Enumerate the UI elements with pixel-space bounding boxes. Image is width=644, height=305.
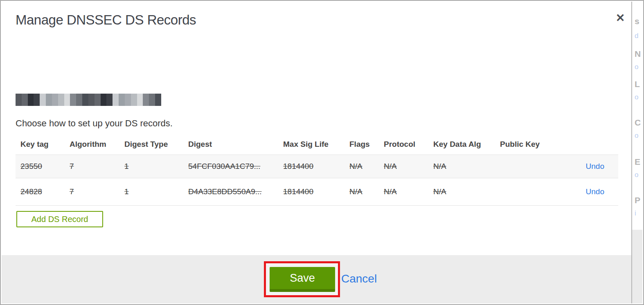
redacted-pixel-tile: [64, 100, 70, 106]
cell-max-sig-life: 1814400: [278, 155, 345, 178]
col-header-public-key: Public Key: [495, 136, 569, 155]
redacted-pixel-tile: [58, 100, 64, 106]
redacted-pixel-tile: [76, 94, 82, 100]
background-text-fragment: o: [635, 93, 638, 101]
background-page-strip: sdNoLoCoEoPi: [631, 2, 642, 303]
table-header-row: Key tag Algorithm Digest Type Digest Max…: [16, 136, 618, 155]
redacted-pixel-tile: [149, 94, 155, 100]
redacted-pixel-tile: [70, 100, 76, 106]
redacted-pixel-tile: [46, 94, 52, 100]
cell-digest: 54FCF030AA1C79...: [183, 155, 278, 178]
cell-public-key: [495, 178, 569, 206]
redacted-pixel-tile: [95, 100, 101, 106]
cell-flags: N/A: [345, 155, 379, 178]
redacted-pixel-tile: [149, 100, 155, 106]
background-text-fragment: P: [635, 195, 640, 205]
redacted-pixel-tile: [155, 100, 161, 106]
redacted-pixel-tile: [95, 94, 101, 100]
redacted-pixel-tile: [52, 94, 58, 100]
background-text-fragment: o: [635, 171, 638, 179]
cell-key-data-alg: N/A: [428, 155, 495, 178]
redacted-pixel-tile: [101, 100, 107, 106]
background-text-fragment: s: [635, 16, 639, 26]
page-title: Manage DNSSEC DS Records: [16, 12, 196, 28]
cell-key-tag: 24828: [16, 178, 65, 206]
redacted-pixel-tile: [131, 94, 137, 100]
redacted-pixel-tile: [64, 94, 70, 100]
undo-link[interactable]: Undo: [586, 162, 604, 170]
cell-digest-type: 1: [119, 155, 183, 178]
redacted-pixel-tile: [22, 100, 28, 106]
col-header-protocol: Protocol: [379, 136, 428, 155]
redacted-pixel-tile: [28, 94, 34, 100]
cell-public-key: [495, 155, 569, 178]
col-header-digest-type: Digest Type: [119, 136, 183, 155]
redacted-pixel-tile: [125, 100, 131, 106]
col-header-actions: [569, 136, 618, 155]
undo-link[interactable]: Undo: [586, 187, 604, 196]
cell-algorithm: 7: [65, 155, 119, 178]
ds-record-row-2: 24828 7 1 D4A33E8DD550A9... 1814400 N/A …: [16, 178, 618, 206]
background-text-fragment: d: [635, 32, 638, 40]
redacted-pixel-tile: [40, 94, 46, 100]
redacted-pixel-tile: [82, 100, 88, 106]
redacted-pixel-tile: [82, 94, 88, 100]
redacted-domain-name: [16, 94, 161, 106]
background-text-fragment: o: [635, 63, 638, 71]
cell-digest-type: 1: [119, 178, 183, 206]
background-text-fragment: i: [635, 209, 636, 218]
add-ds-record-button[interactable]: Add DS Record: [16, 211, 103, 227]
col-header-key-tag: Key tag: [16, 136, 65, 155]
redacted-pixel-tile: [137, 94, 143, 100]
redacted-pixel-tile: [40, 100, 46, 106]
redacted-pixel-tile: [155, 94, 161, 100]
cell-max-sig-life: 1814400: [278, 178, 345, 206]
redacted-pixel-tile: [131, 100, 137, 106]
redacted-pixel-tile: [106, 94, 113, 100]
cell-key-tag: 23550: [16, 155, 65, 178]
redacted-pixel-tile: [125, 94, 131, 100]
col-header-max-sig-life: Max Sig Life: [278, 136, 345, 155]
redacted-pixel-tile: [101, 94, 107, 100]
redacted-pixel-tile: [119, 100, 125, 106]
save-button[interactable]: Save: [270, 267, 335, 292]
col-header-algorithm: Algorithm: [65, 136, 119, 155]
redacted-pixel-tile: [58, 94, 64, 100]
redacted-pixel-tile: [70, 94, 76, 100]
background-text-fragment: N: [635, 49, 641, 59]
redacted-pixel-tile: [143, 94, 149, 100]
redacted-pixel-tile: [88, 100, 95, 106]
redacted-pixel-tile: [137, 100, 143, 106]
col-header-flags: Flags: [345, 136, 379, 155]
background-text-fragment: o: [635, 132, 638, 140]
redacted-pixel-tile: [34, 94, 40, 100]
background-text-fragment: C: [635, 118, 641, 128]
redacted-pixel-tile: [28, 100, 34, 106]
redacted-pixel-tile: [143, 100, 149, 106]
redacted-pixel-tile: [22, 94, 28, 100]
redacted-pixel-tile: [119, 94, 125, 100]
cell-flags: N/A: [345, 178, 379, 206]
background-page-footer: [632, 230, 642, 303]
cell-protocol: N/A: [379, 178, 428, 206]
cell-digest: D4A33E8DD550A9...: [183, 178, 278, 206]
background-text-fragment: E: [635, 157, 640, 167]
cancel-link[interactable]: Cancel: [341, 272, 377, 285]
cell-algorithm: 7: [65, 178, 119, 206]
cell-key-data-alg: N/A: [428, 178, 495, 206]
redacted-pixel-tile: [16, 94, 22, 100]
redacted-pixel-tile: [34, 100, 40, 106]
redacted-pixel-tile: [113, 100, 119, 106]
close-icon[interactable]: ✕: [612, 10, 628, 26]
redacted-pixel-tile: [76, 100, 82, 106]
col-header-digest: Digest: [183, 136, 278, 155]
redacted-pixel-tile: [52, 100, 58, 106]
redacted-pixel-tile: [113, 94, 119, 100]
instruction-text: Choose how to set up your DS records.: [16, 118, 173, 129]
ds-record-row-1: 23550 7 1 54FCF030AA1C79... 1814400 N/A …: [16, 155, 618, 178]
redacted-pixel-tile: [106, 100, 113, 106]
background-text-fragment: L: [635, 79, 640, 89]
redacted-pixel-tile: [88, 94, 95, 100]
redacted-pixel-tile: [46, 100, 52, 106]
dnssec-modal: Manage DNSSEC DS Records ✕ Choose how to…: [0, 0, 644, 305]
